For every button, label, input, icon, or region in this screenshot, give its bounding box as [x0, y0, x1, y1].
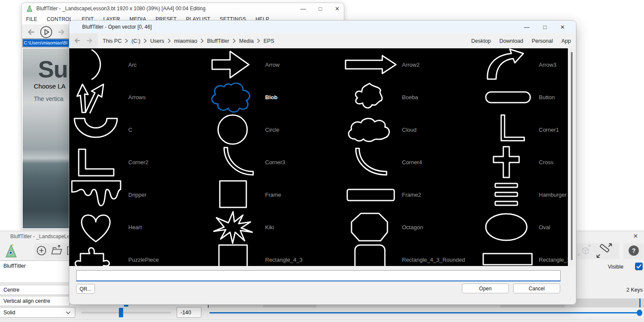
shape-item-boeba[interactable]: Boeba [343, 81, 480, 113]
forward-arrow-icon[interactable] [58, 29, 65, 35]
minimize-icon[interactable]: — [300, 6, 306, 12]
grid-scrollbar[interactable] [568, 48, 576, 266]
open-button[interactable]: Open [462, 284, 509, 293]
shape-item-hamburger[interactable]: Hamburger [480, 178, 568, 211]
menu-item-file[interactable]: FILE [26, 16, 37, 22]
value-input[interactable]: -140 [177, 307, 201, 318]
shape-item-c[interactable]: C [69, 113, 206, 146]
breadcrumb-segment[interactable]: (C:) [131, 38, 140, 44]
svg-text:?: ? [632, 247, 635, 254]
quick-link-app[interactable]: App [561, 38, 571, 44]
shape-item-button[interactable]: Button [480, 81, 568, 113]
panel-bottom-strip [0, 319, 644, 322]
dialog-minimize-icon[interactable]: — [524, 24, 529, 30]
quick-link-download[interactable]: Download [499, 38, 523, 44]
import-media-icon[interactable] [50, 245, 63, 258]
shape-item-puzzlepiece[interactable]: PuzzlePiece [69, 243, 206, 266]
shape-item-corner2[interactable]: Corner2 [69, 146, 206, 178]
breadcrumb-segment[interactable]: BluffTitler [207, 38, 229, 44]
rectangle16-shape-icon [480, 243, 535, 266]
shape-item-heart[interactable]: Heart [69, 211, 206, 243]
shape-item-cross[interactable]: Cross [480, 146, 568, 178]
slider-handle[interactable] [119, 308, 123, 317]
preview-pane[interactable]: Su Choose LA The vertica [23, 48, 70, 228]
scale-icon[interactable] [596, 243, 613, 260]
hamburger-shape-icon [480, 178, 535, 211]
shape-item-corner1[interactable]: Corner1 [480, 113, 568, 146]
arrow2-shape-icon [343, 48, 399, 81]
quick-link-desktop[interactable]: Desktop [471, 38, 491, 44]
shape-item-circle[interactable]: Circle [206, 113, 343, 146]
shape-item-frame[interactable]: Frame [206, 178, 343, 211]
qr-button[interactable]: QR... [76, 284, 95, 294]
shape-item-arrows[interactable]: Arrows [69, 81, 206, 113]
valign-dropdown[interactable]: Vertical align centre [0, 296, 70, 306]
shape-item-blob[interactable]: Blob [206, 81, 343, 113]
shape-item-arrow[interactable]: Arrow [206, 48, 343, 81]
cloud-shape-icon [343, 113, 399, 146]
keyframe-dot[interactable] [637, 310, 642, 316]
scrollbar-thumb[interactable] [571, 52, 573, 260]
add-layer-icon[interactable] [36, 245, 47, 258]
open-vector-dialog: BluffTitler - Open vector [0, 46] — □ ✕ … [69, 21, 576, 304]
help-icon[interactable]: ? [628, 245, 639, 258]
main-window-title: BluffTitler - _LandscapeLesson3.bt 1920 … [36, 6, 206, 12]
desktop: BluffTitler - _LandscapeLesson3.bt 1920 … [0, 0, 644, 322]
corner3-shape-icon [206, 146, 262, 178]
shape-label: Rectangle_4_3 [265, 257, 302, 263]
shape-item-corner3[interactable]: Corner3 [206, 146, 343, 178]
shape-item-arrow2[interactable]: Arrow2 [343, 48, 480, 81]
shape-label: Circle [265, 127, 279, 133]
panel-close-icon[interactable]: ✕ [633, 233, 638, 239]
shape-label: Cross [539, 159, 553, 165]
close-icon[interactable]: ✕ [335, 6, 340, 12]
dialog-close-icon[interactable]: ✕ [560, 24, 565, 30]
rectangle43rounded-shape-icon [343, 243, 399, 266]
breadcrumb-segment[interactable]: Media [239, 38, 254, 44]
menu-item-control[interactable]: CONTROL [47, 16, 72, 22]
frame-shape-icon [206, 178, 262, 211]
shape-item-octagon[interactable]: Octagon [343, 211, 480, 243]
shape-item-kiki[interactable]: Kiki [206, 211, 343, 243]
frame2-shape-icon [343, 178, 399, 211]
chevron-down-icon [66, 310, 71, 316]
shape-grid: ArcArrowArrow2Arrow3ArrowsBlobBoebaButto… [69, 48, 568, 266]
breadcrumb-segment[interactable]: Users [150, 38, 164, 44]
shape-label: Dripper [128, 192, 147, 198]
position-dropdown[interactable]: Centre [0, 285, 70, 295]
shape-item-oval[interactable]: Oval [480, 211, 568, 243]
shape-item-arrow3[interactable]: Arrow3 [480, 48, 568, 81]
breadcrumb-segment[interactable]: miaomiao [174, 38, 197, 44]
cancel-button[interactable]: Cancel [513, 284, 560, 293]
animation-track-line[interactable] [210, 312, 641, 313]
heart-shape-icon [69, 211, 125, 243]
shape-label: Hamburger [539, 192, 567, 198]
back-arrow-icon[interactable] [74, 37, 80, 45]
maximize-icon[interactable]: □ [319, 6, 322, 12]
breadcrumb-segment[interactable]: EPS [263, 38, 274, 44]
shape-item-rectangle_4_3[interactable]: Rectangle_4_3 [206, 243, 343, 266]
value-slider[interactable] [81, 312, 171, 313]
shape-item-cloud[interactable]: Cloud [343, 113, 480, 146]
breadcrumb-segment[interactable]: This PC [103, 38, 121, 44]
timeline-playhead[interactable] [639, 298, 641, 307]
shape-item-frame2[interactable]: Frame2 [343, 178, 480, 211]
shape-item-dripper[interactable]: Dripper [69, 178, 206, 211]
move-3d-icon[interactable] [577, 244, 591, 259]
forward-arrow-icon[interactable] [86, 37, 92, 45]
filename-input[interactable] [76, 270, 561, 281]
quick-link-personal[interactable]: Personal [532, 38, 552, 44]
visible-checkbox[interactable] [635, 263, 643, 270]
shape-item-arc[interactable]: Arc [69, 48, 206, 81]
preview-heading-text: Su [38, 55, 68, 83]
shape-label: PuzzlePiece [128, 257, 159, 263]
shape-item-corner4[interactable]: Corner4 [343, 146, 480, 178]
layer-text-field[interactable]: BluffTitler [0, 260, 70, 283]
back-arrow-icon[interactable] [28, 29, 35, 35]
play-button[interactable] [40, 26, 53, 38]
dialog-maximize-icon[interactable]: □ [543, 24, 547, 30]
file-path-field[interactable]: C:\Users\miaomiao\Bl [23, 39, 70, 47]
shape-item-rectangle_16[interactable]: Rectangle_16 [480, 243, 568, 266]
style-dropdown[interactable]: Solid [0, 307, 75, 318]
shape-item-rectangle_4_3_rounded[interactable]: Rectangle_4_3_Rounded [343, 243, 480, 266]
